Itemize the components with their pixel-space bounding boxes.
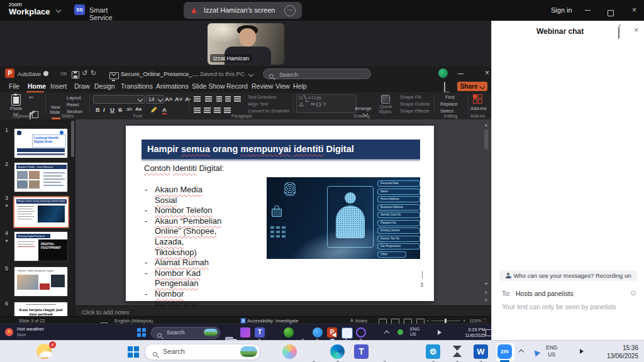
xbox-app-icon[interactable] <box>284 327 294 337</box>
shape-outline-button[interactable]: Shape Outline <box>400 101 430 107</box>
menu-help[interactable]: Help <box>293 82 307 90</box>
chat-recipient-select[interactable]: Hosts and panelists <box>516 290 574 297</box>
numbering-icon[interactable] <box>205 96 212 97</box>
location-tray-icon[interactable] <box>530 346 541 356</box>
ppt-close-icon[interactable]: × <box>485 69 489 77</box>
slide-title-box[interactable]: Hampir semua orang mempunyai identiti Di… <box>142 140 420 159</box>
italic-button[interactable]: I <box>103 106 105 113</box>
strikethrough-button[interactable]: S <box>118 106 122 113</box>
volume-icon[interactable] <box>438 330 444 335</box>
edge-icon[interactable] <box>330 344 345 359</box>
window-close-icon[interactable]: × <box>632 6 636 14</box>
shape-effects-button[interactable]: Shape Effects <box>400 108 430 114</box>
menu-view[interactable]: View <box>275 82 290 90</box>
grow-font-icon[interactable]: A˄ <box>165 96 172 102</box>
zoom-out-icon[interactable]: − <box>426 318 429 324</box>
redo-icon[interactable]: ↻ <box>91 70 96 77</box>
account-avatar[interactable] <box>438 69 448 78</box>
layout-button[interactable]: Layout <box>67 95 81 101</box>
word-icon[interactable]: W <box>474 344 488 359</box>
arrange-label[interactable]: Arrange <box>355 106 372 111</box>
blue-app-icon[interactable] <box>313 327 323 337</box>
slide-thumbnail-3-selected[interactable]: Hampir semua orang mempunyai identiti Di… <box>13 196 69 228</box>
clock[interactable]: 15:3613/06/2025 <box>601 344 638 360</box>
weather-title[interactable]: Hot weather <box>17 326 44 332</box>
smartart-button[interactable]: Convert to SmartArt <box>248 108 289 114</box>
accessibility-button[interactable]: ♿ Accessibility: Investigate <box>240 318 298 324</box>
ppt-search-box[interactable]: Search <box>263 69 371 79</box>
slide-thumbnail-4[interactable]: Tentang Digital Footprint DIGITAL FOOTPR… <box>14 231 68 261</box>
justify-icon[interactable] <box>224 107 231 109</box>
gear-app-icon[interactable]: ⚙ <box>426 344 440 359</box>
window-restore-icon[interactable] <box>608 10 614 16</box>
workspace-chevron-icon[interactable] <box>56 8 61 13</box>
sign-in-button[interactable]: Sign in <box>551 6 572 14</box>
text-direction-button[interactable]: Text Direction <box>248 94 276 100</box>
menu-record[interactable]: Record <box>226 82 248 90</box>
tray-expand-icon[interactable] <box>519 349 524 354</box>
highlight-icon[interactable]: 🖉 <box>151 106 157 113</box>
indent-decrease-icon[interactable] <box>216 96 222 97</box>
bullets-icon[interactable] <box>194 96 201 97</box>
connect-tray-icon[interactable] <box>397 329 403 335</box>
saved-chevron-icon[interactable] <box>248 72 253 77</box>
find-button[interactable]: Find <box>445 94 455 100</box>
zoom-app-icon[interactable]: zm <box>497 344 512 359</box>
chat-message-input[interactable]: Your text can only be seen by panelists <box>502 303 616 310</box>
bold-button[interactable]: B <box>96 106 100 113</box>
popout-icon[interactable] <box>618 27 619 39</box>
tray-clock[interactable]: 3:29 PM11/6/2025 <box>463 327 486 338</box>
slide-thumbnail-6[interactable]: Kaut berjuta ringgit jual data peribadi <box>14 302 68 316</box>
photos-app-icon[interactable] <box>240 327 250 337</box>
weather-icon[interactable] <box>5 328 13 336</box>
font-size-select[interactable]: 14 <box>146 95 164 104</box>
start-button[interactable] <box>137 328 146 337</box>
scroll-up-icon[interactable]: ▲ <box>483 123 489 127</box>
volume-icon[interactable] <box>580 349 586 354</box>
emoji-icon[interactable]: ☺ <box>629 288 637 297</box>
ppt-minimize-icon[interactable] <box>458 74 464 74</box>
align-right-icon[interactable] <box>214 107 221 109</box>
notes-toggle[interactable]: ≜ Notes <box>350 318 367 324</box>
quick-styles-label2[interactable]: Styles <box>379 109 391 114</box>
previous-slide-icon[interactable]: ⇞ <box>483 290 489 295</box>
zoom-slider-thumb[interactable] <box>445 319 447 323</box>
save-icon[interactable] <box>72 71 79 79</box>
chat-close-icon[interactable]: × <box>634 25 639 35</box>
shape-fill-button[interactable]: Shape Fill <box>400 94 421 100</box>
taskbar-search-box[interactable]: Search <box>151 327 220 339</box>
add-ins-icon[interactable] <box>473 94 482 104</box>
thumbnail-scrollbar[interactable] <box>71 121 74 157</box>
next-slide-icon[interactable]: ⇟ <box>483 298 489 303</box>
menu-review[interactable]: Review <box>252 82 273 90</box>
case-icon[interactable]: Aa <box>135 106 142 112</box>
teams-app-icon[interactable]: T <box>255 327 265 337</box>
zoom-in-icon[interactable]: + <box>463 318 465 324</box>
menu-insert[interactable]: Insert <box>50 82 67 90</box>
paste-icon[interactable] <box>11 94 21 106</box>
menu-transitions[interactable]: Transitions <box>121 82 153 90</box>
menu-draw[interactable]: Draw <box>74 82 90 90</box>
new-slide-label2[interactable]: Slide <box>50 109 60 115</box>
char-spacing-icon[interactable]: ab <box>126 106 132 112</box>
menu-design[interactable]: Design <box>94 82 115 90</box>
slide-thumbnail-2[interactable]: Speaker Profile - Izzat Hamizan <box>14 162 68 192</box>
shapes-gallery[interactable]: □╲○□▭△⌒⇨{}☆ <box>296 94 357 113</box>
align-text-button[interactable]: Align Text <box>248 101 268 107</box>
language-tray[interactable]: ENGUS <box>410 327 419 337</box>
replace-button[interactable]: Replace <box>440 101 458 107</box>
window-minimize-icon[interactable] <box>585 10 591 11</box>
notes-placeholder[interactable]: Click to add notes <box>82 309 130 315</box>
slide-subtitle[interactable]: Contoh Identiti Digital: <box>144 163 224 173</box>
align-center-icon[interactable] <box>204 107 211 109</box>
menu-home[interactable]: Home <box>28 82 46 90</box>
notes-app-icon[interactable] <box>341 327 353 339</box>
font-color-icon[interactable]: A <box>162 106 167 114</box>
slide-thumbnail-1[interactable]: Lindungi Identiti Digital Anda <box>14 128 68 158</box>
slide-thumbnail-5[interactable]: 'Hacker' tidak mengenal 'target' <box>14 266 68 297</box>
teams-icon[interactable]: T <box>354 344 369 359</box>
font-name-select[interactable] <box>93 95 145 104</box>
notes-pane[interactable]: Click to add notes <box>75 305 491 317</box>
saved-status[interactable]: Saved to this PC <box>200 70 245 77</box>
tab-izzat-screen[interactable]: Izzat Hamizan's screen ⋯ <box>184 2 302 19</box>
